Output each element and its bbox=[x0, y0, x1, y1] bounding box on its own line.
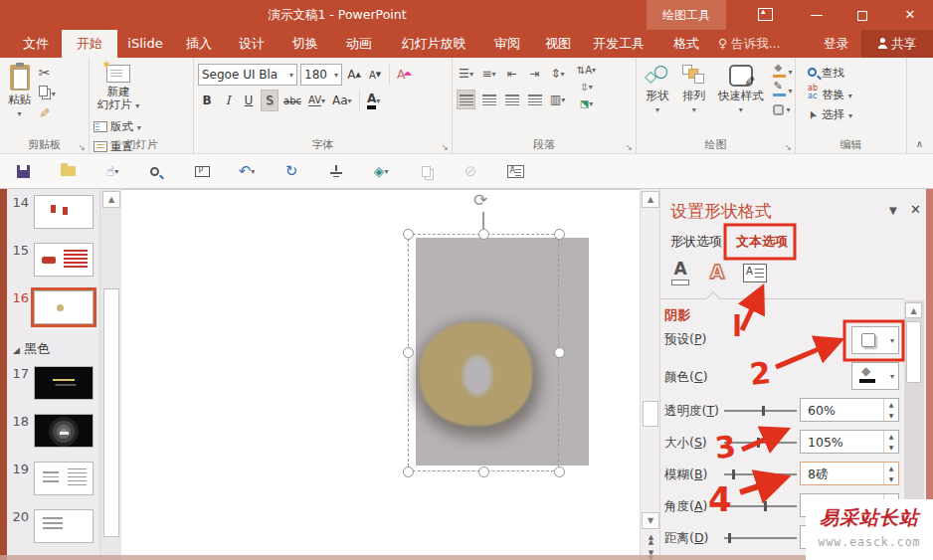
text-shadow-button[interactable]: S bbox=[261, 90, 279, 111]
tell-me-box[interactable]: ♀ 告诉我... bbox=[718, 30, 781, 58]
save-icon[interactable] bbox=[14, 162, 32, 180]
font-size-combo[interactable]: 180▾ bbox=[300, 64, 342, 86]
touch-mode-icon[interactable]: ☝▾ bbox=[103, 162, 121, 180]
tab-view[interactable]: 视图 bbox=[533, 30, 583, 58]
increase-font-button[interactable]: A▲ bbox=[345, 64, 363, 86]
slide-thumbnail-17[interactable] bbox=[34, 366, 93, 400]
collapse-ribbon-icon[interactable]: ∧ bbox=[916, 138, 923, 149]
cut-button[interactable]: ✂ bbox=[39, 66, 56, 82]
resize-handle-s[interactable] bbox=[478, 467, 489, 477]
scrollbar-thumb[interactable] bbox=[643, 401, 658, 427]
find-button[interactable]: 查找 bbox=[808, 66, 852, 81]
size-spinner[interactable]: 105%▲▼ bbox=[800, 430, 899, 454]
resize-handle-w[interactable] bbox=[403, 347, 414, 358]
clipboard-dialog-launcher[interactable]: ↘ bbox=[78, 142, 86, 152]
drawing-tools-context-tab[interactable]: 绘图工具 bbox=[647, 0, 726, 30]
shape-effects-button[interactable]: ▾ bbox=[773, 101, 792, 117]
slide-thumbnail-20[interactable] bbox=[34, 509, 93, 543]
font-dialog-launcher[interactable]: ↘ bbox=[441, 142, 449, 152]
tab-slideshow[interactable]: 幻灯片放映 bbox=[386, 30, 481, 58]
size-slider[interactable] bbox=[724, 442, 797, 444]
shadow-color-dropdown[interactable]: ▾ bbox=[851, 362, 899, 390]
text-effects-icon[interactable]: A bbox=[702, 261, 732, 290]
tab-developer[interactable]: 开发工具 bbox=[583, 30, 654, 58]
scrollbar-thumb[interactable] bbox=[906, 321, 921, 383]
paragraph-dialog-launcher[interactable]: ↘ bbox=[625, 142, 633, 152]
drawing-dialog-launcher[interactable]: ↘ bbox=[784, 142, 792, 152]
previous-slide-button[interactable]: ▲▲ bbox=[644, 535, 658, 545]
resize-handle-nw[interactable] bbox=[403, 229, 414, 240]
slide-canvas[interactable]: ⟳ bbox=[121, 189, 640, 560]
copy-button[interactable]: ▾ bbox=[39, 86, 56, 101]
resize-handle-e[interactable] bbox=[554, 347, 565, 358]
italic-button[interactable]: I bbox=[219, 90, 237, 111]
scroll-up-button[interactable]: ▲ bbox=[905, 302, 922, 318]
clear-formatting-button[interactable]: A◤ bbox=[395, 64, 413, 86]
columns-button[interactable]: ▥▾ bbox=[548, 90, 567, 109]
text-box-icon[interactable] bbox=[506, 162, 524, 180]
section-header-black[interactable]: ◢黑色 bbox=[13, 340, 102, 358]
tab-review[interactable]: 审阅 bbox=[481, 30, 533, 58]
strikethrough-button[interactable]: abc bbox=[281, 90, 303, 111]
tab-insert[interactable]: 插入 bbox=[173, 30, 225, 58]
combine-shapes-icon[interactable]: ◈▾ bbox=[372, 162, 390, 180]
paste-button[interactable]: 粘贴▾ bbox=[4, 62, 35, 123]
tab-design[interactable]: 设计 bbox=[225, 30, 279, 58]
align-right-button[interactable] bbox=[502, 90, 521, 109]
new-slide-button[interactable]: 新建幻灯片 ▾ bbox=[93, 62, 143, 115]
resize-handle-ne[interactable] bbox=[554, 229, 565, 240]
justify-button[interactable] bbox=[525, 90, 544, 109]
text-fill-outline-icon[interactable]: A bbox=[665, 261, 695, 290]
scrollbar-thumb[interactable] bbox=[103, 288, 119, 537]
decrease-font-button[interactable]: A▼ bbox=[366, 64, 384, 86]
tab-islide[interactable]: iSlide bbox=[117, 30, 173, 58]
open-file-icon[interactable] bbox=[59, 162, 77, 180]
canvas-scrollbar[interactable]: ▲ ▼ ▲▲ ▼▼ bbox=[640, 189, 659, 560]
slide-thumbnail-18[interactable] bbox=[34, 414, 93, 448]
resize-handle-sw[interactable] bbox=[403, 467, 414, 477]
slide-show-icon[interactable] bbox=[193, 162, 211, 180]
bold-button[interactable]: B bbox=[198, 90, 216, 111]
resize-handle-se[interactable] bbox=[554, 467, 565, 477]
share-button[interactable]: 共享 bbox=[861, 30, 933, 58]
decrease-indent-button[interactable]: ⇤ bbox=[502, 64, 521, 84]
align-ground-icon[interactable] bbox=[327, 162, 345, 180]
convert-smartart-button[interactable]: ⬔▾ bbox=[577, 96, 596, 111]
tab-text-options[interactable]: 文本选项 bbox=[736, 233, 788, 251]
rotation-handle[interactable]: ⟳ bbox=[473, 192, 487, 209]
resize-handle-n[interactable] bbox=[478, 229, 489, 240]
slide-thumbnail-14[interactable] bbox=[34, 195, 93, 229]
undo-icon[interactable]: ↶▾ bbox=[238, 162, 256, 180]
tab-shape-options[interactable]: 形状选项 bbox=[670, 233, 722, 251]
align-left-button[interactable] bbox=[457, 90, 475, 109]
scroll-up-button[interactable]: ▲ bbox=[642, 191, 659, 208]
tab-home[interactable]: 开始 bbox=[62, 30, 117, 58]
format-painter-button[interactable]: ✎ bbox=[39, 105, 56, 121]
shadow-preset-dropdown[interactable]: ▾ bbox=[851, 326, 899, 354]
change-case-button[interactable]: Aa▾ bbox=[330, 90, 354, 111]
font-color-button[interactable]: A▾ bbox=[365, 90, 383, 111]
selection-box[interactable] bbox=[408, 234, 559, 471]
sign-in-button[interactable]: 登录 bbox=[824, 30, 848, 58]
ribbon-display-options-icon[interactable] bbox=[758, 8, 773, 21]
textbox-icon[interactable] bbox=[740, 261, 770, 290]
underline-button[interactable]: U bbox=[240, 90, 258, 111]
redo-icon[interactable]: ↻ bbox=[282, 162, 300, 180]
minimize-button[interactable]: — bbox=[800, 0, 834, 30]
thumbnail-scrollbar[interactable]: ▲ bbox=[99, 189, 121, 560]
pane-close-icon[interactable]: ✕ bbox=[910, 202, 921, 217]
text-direction-button[interactable]: ⇅A▾ bbox=[577, 63, 596, 78]
pane-options-icon[interactable]: ▼ bbox=[889, 205, 897, 216]
scroll-up-button[interactable]: ▲ bbox=[102, 191, 120, 208]
slide-thumbnail-16-selected[interactable] bbox=[34, 290, 93, 324]
close-button[interactable]: ✕ bbox=[893, 0, 927, 30]
increase-indent-button[interactable]: ⇥ bbox=[525, 64, 544, 84]
align-center-button[interactable] bbox=[479, 90, 498, 109]
distance-slider[interactable] bbox=[724, 537, 797, 539]
tab-animations[interactable]: 动画 bbox=[332, 30, 386, 58]
font-family-combo[interactable]: Segoe UI Bla▾ bbox=[198, 64, 297, 86]
blur-spinner[interactable]: 8磅▲▼ bbox=[800, 462, 899, 485]
shape-outline-button[interactable]: ▾ bbox=[773, 83, 792, 98]
line-spacing-button[interactable]: ⇕▾ bbox=[548, 64, 567, 84]
replace-button[interactable]: abac替换 ▾ bbox=[808, 85, 852, 103]
